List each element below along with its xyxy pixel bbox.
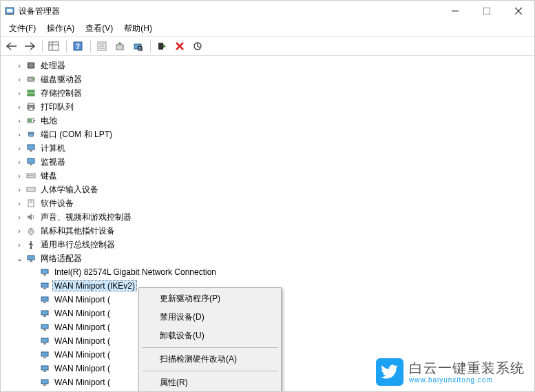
tree-item-network-adapters[interactable]: ⌄ 网络适配器 (5, 251, 534, 265)
disable-device-button[interactable] (189, 39, 206, 54)
svg-rect-66 (43, 302, 46, 303)
tree-item-label: WAN Miniport ( (52, 363, 112, 374)
tree-item-print-queues[interactable]: › 打印队列 (5, 100, 534, 114)
tree-item-ports[interactable]: › 端口 (COM 和 LPT) (5, 127, 534, 141)
expand-icon[interactable]: › (14, 61, 24, 70)
ctx-scan-hardware[interactable]: 扫描检测硬件改动(A) (140, 350, 280, 369)
menu-action[interactable]: 操作(A) (41, 21, 80, 36)
tree-item-monitors[interactable]: › 监视器 (5, 155, 534, 169)
toolbar-separator (90, 40, 91, 52)
expand-icon[interactable]: › (14, 89, 24, 97)
svg-rect-45 (30, 164, 32, 165)
svg-rect-1 (7, 9, 12, 12)
tree-item-label: 鼠标和其他指针设备 (39, 225, 117, 238)
tree-item-hid[interactable]: › 人体学输入设备 (5, 183, 534, 196)
update-driver-button[interactable] (112, 39, 128, 54)
ctx-separator (142, 371, 278, 371)
storage-icon (25, 87, 36, 99)
network-adapter-icon (39, 363, 50, 374)
software-icon (25, 198, 36, 209)
svg-rect-78 (43, 384, 46, 386)
menu-file[interactable]: 文件(F) (3, 21, 41, 36)
tree-item-storage-controllers[interactable]: › 存储控制器 (5, 86, 534, 100)
forward-button[interactable] (21, 39, 38, 54)
port-icon (25, 129, 36, 140)
help-button[interactable]: ? (70, 39, 86, 54)
tree-item-batteries[interactable]: › 电池 (5, 114, 534, 127)
tree-item-processors[interactable]: › 处理器 (5, 59, 534, 72)
tree-item-mice[interactable]: › 鼠标和其他指针设备 (5, 224, 534, 238)
expand-icon[interactable]: › (14, 158, 24, 166)
uninstall-device-button[interactable] (171, 39, 188, 54)
expand-icon[interactable]: › (14, 130, 24, 138)
svg-rect-48 (30, 175, 30, 176)
svg-point-58 (30, 247, 32, 249)
network-adapter-icon (39, 336, 50, 347)
properties-button[interactable] (94, 39, 110, 54)
tree-item-keyboards[interactable]: › 键盘 (5, 169, 534, 183)
svg-line-19 (141, 50, 143, 51)
window-title: 设备管理器 (19, 6, 439, 17)
expand-icon[interactable]: › (14, 227, 24, 235)
enable-device-button[interactable] (154, 39, 170, 54)
brand-text: 白云一键重装系统 www.baiyunxitong.com (409, 360, 525, 384)
expand-icon[interactable]: › (14, 213, 24, 221)
maximize-button[interactable] (471, 1, 503, 21)
tree-item-usb[interactable]: › 通用串行总线控制器 (5, 238, 534, 251)
tree-item-network-device[interactable]: Intel(R) 82574L Gigabit Network Connecti… (5, 265, 534, 279)
tree-item-label: 处理器 (39, 59, 67, 72)
tree-item-label: WAN Miniport ( (52, 349, 112, 360)
expand-icon[interactable]: › (14, 144, 24, 152)
brand-url: www.baiyunxitong.com (409, 376, 525, 384)
ctx-disable-device[interactable]: 禁用设备(D) (140, 308, 280, 327)
tree-item-label: 网络适配器 (39, 252, 84, 265)
network-adapter-icon (39, 280, 50, 291)
title-bar: 设备管理器 (1, 1, 534, 21)
expand-icon[interactable]: › (14, 103, 24, 111)
ctx-update-driver[interactable]: 更新驱动程序(P) (140, 289, 280, 308)
expand-icon[interactable]: › (14, 240, 24, 249)
menu-help[interactable]: 帮助(H) (118, 21, 158, 36)
show-hide-console-button[interactable] (45, 39, 62, 54)
sound-icon (25, 212, 36, 223)
ctx-uninstall-device[interactable]: 卸载设备(U) (140, 327, 280, 345)
svg-rect-69 (41, 324, 48, 329)
back-button[interactable] (3, 39, 20, 54)
network-adapter-icon (39, 377, 50, 388)
expand-icon[interactable]: › (14, 185, 24, 194)
svg-rect-77 (41, 380, 48, 384)
brand-bird-icon (376, 358, 403, 386)
tree-item-label: 计算机 (39, 142, 67, 155)
expand-icon[interactable]: › (14, 199, 24, 207)
ctx-properties[interactable]: 属性(R) (140, 373, 280, 392)
tree-item-software-devices[interactable]: › 软件设备 (5, 196, 534, 210)
close-button[interactable] (503, 1, 534, 21)
collapse-icon[interactable]: ⌄ (14, 254, 24, 263)
tree-item-label: 通用串行总线控制器 (39, 238, 117, 251)
svg-rect-72 (43, 343, 46, 344)
svg-point-30 (32, 79, 34, 80)
svg-rect-20 (158, 43, 163, 50)
tree-item-sound[interactable]: › 声音、视频和游戏控制器 (5, 210, 534, 224)
menu-view[interactable]: 查看(V) (80, 21, 118, 36)
tree-item-label: 键盘 (39, 169, 59, 183)
toolbar-separator (150, 40, 151, 52)
expand-icon[interactable]: › (14, 75, 24, 83)
network-adapter-icon (39, 308, 50, 319)
tree-item-disk-drives[interactable]: › 磁盘驱动器 (5, 72, 534, 86)
computer-icon (25, 143, 36, 154)
tree-item-computer[interactable]: › 计算机 (5, 141, 534, 155)
minimize-button[interactable] (439, 1, 471, 21)
scan-hardware-button[interactable] (129, 39, 146, 54)
expand-icon[interactable]: › (14, 116, 24, 125)
watermark-brand: 白云一键重装系统 www.baiyunxitong.com (376, 358, 525, 386)
svg-text:?: ? (76, 43, 80, 50)
expand-icon[interactable]: › (14, 172, 24, 180)
toolbar: ? (1, 37, 534, 56)
svg-point-41 (32, 133, 32, 134)
printer-icon (25, 101, 36, 112)
svg-rect-32 (28, 94, 34, 96)
svg-rect-49 (31, 175, 32, 176)
window-controls (439, 1, 534, 21)
tree-item-label: 电池 (39, 114, 59, 127)
